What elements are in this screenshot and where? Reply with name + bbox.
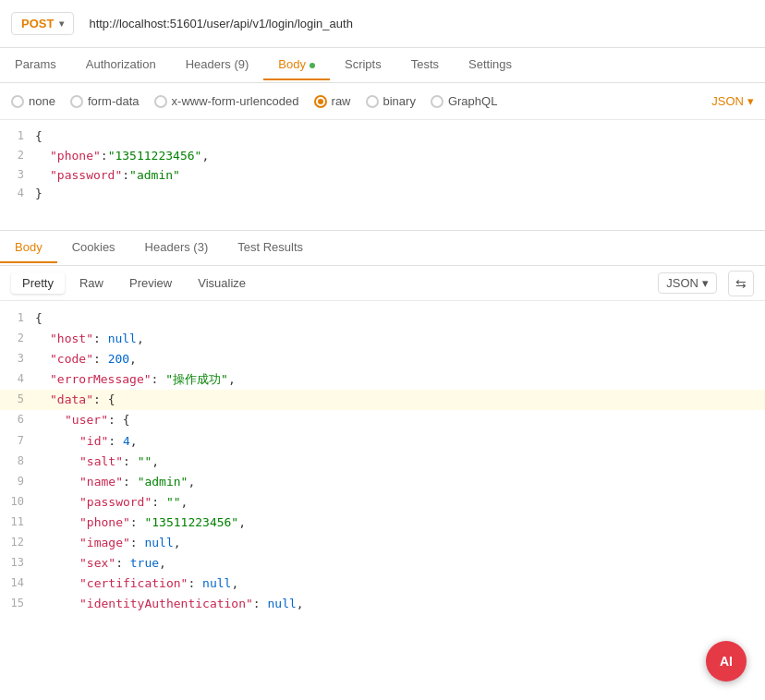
request-tabs: ParamsAuthorizationHeaders (9)BodyScript… [0, 48, 765, 83]
resp-line-number: 12 [7, 533, 35, 551]
resp-line-number: 10 [7, 492, 35, 511]
resp-line-number: 13 [7, 553, 35, 572]
body-option-x-www-form-urlencoded[interactable]: x-www-form-urlencoded [154, 94, 299, 108]
resp-line-content: "password": "", [35, 492, 758, 513]
body-option-raw[interactable]: raw [314, 94, 351, 108]
radio-label-raw: raw [332, 94, 351, 108]
response-body: 1{2"host": null,3"code": 200,4"errorMess… [0, 301, 765, 622]
response-format-bar: PrettyRawPreviewVisualizeJSON ▾⇆ [0, 266, 765, 301]
resp-line-number: 5 [7, 390, 35, 408]
method-chevron-icon: ▾ [59, 18, 64, 29]
resp-line-number: 3 [7, 349, 35, 368]
resp-line-11: 11"phone": "13511223456", [0, 513, 765, 533]
resp-line-4: 4"errorMessage": "操作成功", [0, 369, 765, 390]
resp-line-content: "code": 200, [35, 349, 758, 369]
req-tab-scripts[interactable]: Scripts [330, 50, 396, 80]
radio-circle-none [11, 95, 24, 108]
line-content: "phone":"13511223456", [35, 147, 758, 166]
req-tab-tests[interactable]: Tests [396, 50, 454, 80]
ai-badge[interactable]: AI [706, 641, 747, 682]
resp-tab-test-results[interactable]: Test Results [223, 233, 318, 263]
resp-line-content: "certification": null, [35, 573, 758, 594]
req-line-4: 4} [0, 185, 765, 204]
resp-line-content: "id": 4, [35, 431, 758, 452]
line-content: { [35, 127, 758, 147]
radio-circle-form-data [70, 95, 83, 108]
body-option-graphql[interactable]: GraphQL [431, 94, 497, 108]
request-body-editor[interactable]: 1{2"phone":"13511223456",3"password":"ad… [0, 120, 765, 231]
resp-fmt-btn-raw[interactable]: Raw [68, 272, 115, 294]
body-option-binary[interactable]: binary [366, 94, 416, 108]
resp-line-1: 1{ [0, 308, 765, 329]
resp-line-number: 15 [7, 594, 35, 612]
resp-line-13: 13"sex": true, [0, 553, 765, 573]
req-line-1: 1{ [0, 127, 765, 147]
resp-line-number: 11 [7, 513, 35, 531]
resp-line-15: 15"identityAuthentication": null, [0, 594, 765, 614]
resp-line-content: "errorMessage": "操作成功", [35, 369, 758, 390]
resp-line-number: 8 [7, 452, 35, 470]
req-tab-params[interactable]: Params [0, 50, 71, 80]
resp-line-number: 1 [7, 308, 35, 327]
radio-label-binary: binary [383, 94, 416, 108]
resp-tab-headers--3-[interactable]: Headers (3) [130, 233, 224, 263]
response-tabs: BodyCookiesHeaders (3)Test Results [0, 231, 765, 266]
body-option-form-data[interactable]: form-data [70, 94, 140, 108]
line-number: 2 [7, 147, 35, 164]
line-number: 1 [7, 127, 35, 145]
resp-line-number: 2 [7, 329, 35, 347]
resp-line-10: 10"password": "", [0, 492, 765, 513]
resp-line-content: "sex": true, [35, 553, 758, 573]
radio-label-form-data: form-data [88, 94, 140, 108]
resp-json-label: JSON [666, 276, 698, 290]
resp-line-content: "user": { [35, 410, 758, 430]
body-option-none[interactable]: none [11, 94, 55, 108]
method-label: POST [21, 17, 54, 30]
radio-circle-binary [366, 95, 379, 108]
url-input[interactable] [81, 13, 754, 34]
resp-line-2: 2"host": null, [0, 329, 765, 349]
resp-fmt-btn-preview[interactable]: Preview [118, 272, 183, 294]
req-tab-settings[interactable]: Settings [454, 50, 527, 80]
resp-json-chevron-icon: ▾ [702, 276, 709, 290]
resp-line-9: 9"name": "admin", [0, 472, 765, 492]
line-content: "password":"admin" [35, 166, 758, 186]
method-selector[interactable]: POST ▾ [11, 12, 74, 35]
resp-line-14: 14"certification": null, [0, 573, 765, 594]
resp-line-content: "host": null, [35, 329, 758, 349]
json-chevron-icon: ▾ [747, 94, 754, 108]
resp-line-number: 4 [7, 369, 35, 388]
resp-wrap-icon[interactable]: ⇆ [728, 271, 754, 296]
json-format-label: JSON [711, 94, 744, 108]
resp-line-7: 7"id": 4, [0, 431, 765, 452]
resp-line-8: 8"salt": "", [0, 452, 765, 472]
response-section: BodyCookiesHeaders (3)Test Results Prett… [0, 231, 765, 622]
resp-tab-cookies[interactable]: Cookies [57, 233, 130, 263]
resp-line-content: "data": { [35, 390, 758, 410]
req-line-3: 3"password":"admin" [0, 166, 765, 186]
resp-line-content: "image": null, [35, 533, 758, 553]
resp-line-number: 7 [7, 431, 35, 450]
url-bar: POST ▾ [0, 0, 765, 48]
resp-line-content: { [35, 308, 758, 329]
json-format-selector[interactable]: JSON ▾ [711, 94, 754, 108]
line-number: 3 [7, 166, 35, 184]
line-content: } [35, 185, 758, 204]
req-tab-body[interactable]: Body [263, 50, 330, 80]
resp-fmt-btn-pretty[interactable]: Pretty [11, 272, 65, 294]
req-tab-headers--9-[interactable]: Headers (9) [171, 50, 264, 80]
resp-line-6: 6"user": { [0, 410, 765, 430]
radio-label-graphql: GraphQL [448, 94, 497, 108]
resp-line-content: "phone": "13511223456", [35, 513, 758, 533]
resp-line-content: "name": "admin", [35, 472, 758, 492]
req-line-2: 2"phone":"13511223456", [0, 147, 765, 166]
req-tab-authorization[interactable]: Authorization [71, 50, 171, 80]
resp-line-number: 6 [7, 410, 35, 428]
resp-fmt-btn-visualize[interactable]: Visualize [187, 272, 257, 294]
resp-json-selector[interactable]: JSON ▾ [658, 272, 717, 294]
resp-line-5: 5"data": { [0, 390, 765, 410]
radio-circle-graphql [431, 95, 443, 108]
radio-circle-x-www-form-urlencoded [154, 95, 167, 108]
resp-tab-body[interactable]: Body [0, 233, 57, 263]
radio-label-x-www-form-urlencoded: x-www-form-urlencoded [172, 94, 299, 108]
